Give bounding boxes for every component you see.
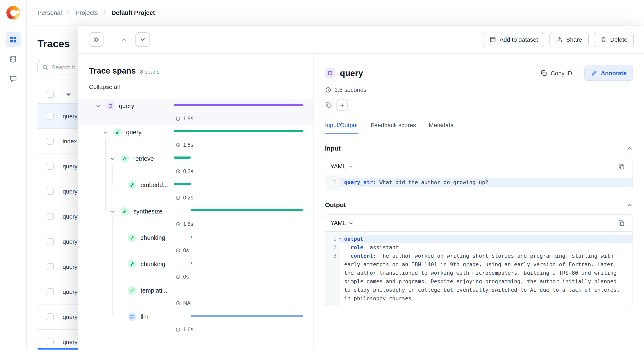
sidebar-item-datasets[interactable]: [6, 51, 21, 67]
select-all-checkbox[interactable]: [47, 91, 54, 98]
input-code-body: 1 query_str: What did the author do grow…: [326, 175, 632, 190]
row-checkbox[interactable]: [47, 263, 54, 270]
duration-bar: [174, 183, 190, 185]
span-duration: 1.6s: [183, 221, 193, 227]
clock-icon: [176, 222, 180, 227]
chevron-down-icon[interactable]: [94, 102, 102, 110]
horizontal-scrollbar[interactable]: [38, 348, 79, 350]
toolbar-divider: [110, 34, 110, 45]
link-icon: [128, 233, 136, 242]
row-checkbox[interactable]: [47, 213, 54, 220]
copy-output-button[interactable]: [616, 217, 628, 229]
span-row[interactable]: chunking 0s: [78, 257, 314, 283]
copy-input-button[interactable]: [616, 161, 628, 173]
tab-feedback-scores[interactable]: Feedback scores: [370, 122, 416, 134]
clock-icon: [176, 301, 180, 306]
format-label: YAML: [330, 163, 346, 170]
span-duration: 1.6s: [183, 327, 193, 333]
span-timeline: [174, 236, 303, 238]
chevron-up-icon[interactable]: [626, 145, 633, 152]
row-label: query: [62, 163, 78, 170]
span-name: synthesize: [133, 208, 162, 215]
row-label: query: [62, 113, 78, 120]
span-row[interactable]: query 1.8s: [78, 125, 314, 151]
expand-panel-button[interactable]: [89, 32, 104, 47]
yaml-value: : The author worked on writing short sto…: [344, 253, 623, 302]
clock-icon: [176, 116, 180, 121]
span-timeline: [174, 209, 303, 211]
chevron-right-icon: [102, 10, 108, 16]
duration-bar: [191, 262, 192, 264]
annotate-label: Annotate: [601, 70, 626, 77]
share-button[interactable]: Share: [550, 32, 588, 47]
sidebar-item-projects[interactable]: [6, 32, 21, 47]
format-select[interactable]: YAML: [330, 220, 354, 226]
span-timeline: [174, 262, 303, 264]
span-name: llm: [140, 313, 148, 320]
previous-trace-button[interactable]: [117, 32, 131, 47]
chevron-up-icon[interactable]: [626, 201, 633, 208]
link-icon: [128, 181, 136, 189]
span-row[interactable]: embedd... 0.2s: [78, 178, 314, 204]
span-row[interactable]: llm 1.6s: [78, 310, 314, 336]
row-label: query: [62, 263, 78, 270]
add-to-dataset-label: Add to dataset: [500, 36, 538, 43]
sidebar-item-feedback[interactable]: [6, 71, 21, 86]
tab-metadata[interactable]: Metadata: [429, 122, 454, 134]
detail-toolbar: Add to dataset Share: [78, 26, 644, 54]
span-timeline: [174, 315, 303, 317]
clock-icon: [176, 327, 180, 332]
span-row[interactable]: templati... NA: [78, 283, 314, 310]
breadcrumb-projects[interactable]: Projects: [76, 9, 98, 16]
clock-icon: [325, 87, 331, 93]
span-row[interactable]: query 1.8s: [78, 99, 314, 125]
row-checkbox[interactable]: [47, 339, 54, 345]
chevron-down-icon[interactable]: [108, 155, 116, 163]
chevron-up-icon: [120, 36, 127, 43]
detail-duration: 1.8 seconds: [334, 86, 366, 93]
row-checkbox[interactable]: [47, 188, 54, 195]
row-checkbox[interactable]: [47, 288, 54, 295]
code-line: 3 content: The author worked on writing …: [326, 252, 632, 303]
span-duration: 0.2s: [183, 169, 193, 174]
spans-title: Trace spans: [89, 66, 136, 76]
span-row[interactable]: synthesize 1.6s: [78, 204, 314, 230]
copy-id-button[interactable]: Copy ID: [537, 67, 576, 79]
delete-button[interactable]: Delete: [594, 32, 634, 47]
comet-logo[interactable]: [6, 6, 20, 19]
fold-caret-icon[interactable]: [338, 237, 342, 241]
next-trace-button[interactable]: [136, 32, 150, 47]
row-checkbox[interactable]: [47, 138, 54, 145]
chevron-down-icon[interactable]: [108, 207, 116, 215]
tab-input-output[interactable]: Input/Output: [325, 122, 358, 134]
add-tag-button[interactable]: [336, 100, 348, 111]
code-line: 2 role: assistant: [326, 243, 632, 252]
input-code-block: YAML 1: [325, 158, 633, 190]
span-row[interactable]: chunking 0s: [78, 230, 314, 257]
chevron-down-icon[interactable]: [101, 128, 109, 136]
row-checkbox[interactable]: [47, 113, 54, 120]
span-timeline: [174, 183, 303, 185]
trash-icon: [600, 36, 607, 43]
span-row[interactable]: retrieve 0.2s: [78, 151, 314, 178]
double-chevron-right-icon: [93, 36, 100, 43]
duration-bar: [191, 236, 192, 238]
column-settings-icon[interactable]: [65, 91, 72, 98]
row-checkbox[interactable]: [47, 313, 54, 320]
tag-icon: [325, 101, 332, 109]
annotate-button[interactable]: Annotate: [584, 65, 633, 81]
row-checkbox[interactable]: [47, 163, 54, 170]
row-checkbox[interactable]: [47, 238, 54, 245]
link-icon: [120, 207, 129, 216]
collapse-all-button[interactable]: Collapse all: [89, 83, 120, 90]
breadcrumb-personal[interactable]: Personal: [38, 9, 62, 16]
left-rail: [0, 0, 27, 350]
format-select[interactable]: YAML: [330, 163, 354, 170]
yaml-value: : What did the author do growing up?: [373, 179, 488, 185]
duration-bar: [191, 315, 303, 317]
span-name: retrieve: [133, 155, 154, 162]
share-icon: [556, 36, 563, 43]
app-window: Personal Projects Default Project Traces: [0, 0, 644, 350]
add-to-dataset-button[interactable]: Add to dataset: [483, 32, 544, 47]
duration-bar: [174, 104, 303, 106]
